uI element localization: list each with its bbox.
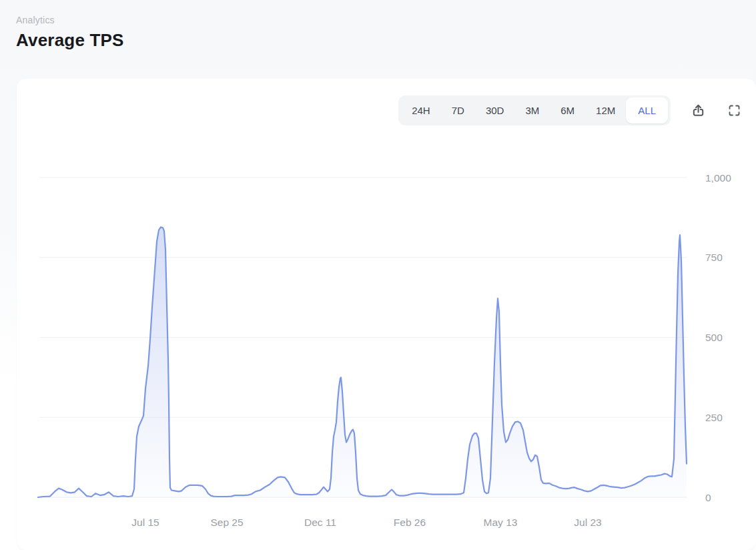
breadcrumb: Analytics [16, 15, 124, 25]
page-header: Analytics Average TPS [16, 15, 124, 51]
y-tick-label: 250 [705, 412, 723, 423]
fullscreen-icon [727, 103, 741, 117]
range-button-3m[interactable]: 3M [514, 97, 550, 123]
tps-area-chart: 02505007501,000Jul 15Sep 25Dec 11Feb 26M… [17, 79, 756, 550]
fullscreen-button[interactable] [725, 101, 743, 119]
chart-toolbar: 24H7D30D3M6M12MALL [398, 95, 743, 125]
range-button-24h[interactable]: 24H [401, 97, 441, 123]
range-button-30d[interactable]: 30D [475, 97, 515, 123]
range-button-12m[interactable]: 12M [585, 97, 626, 123]
x-tick-label: May 13 [484, 517, 518, 528]
x-axis-labels: Jul 15Sep 25Dec 11Feb 26May 13Jul 23 [131, 517, 601, 528]
range-button-6m[interactable]: 6M [550, 97, 585, 123]
y-axis-labels: 02505007501,000 [705, 172, 731, 503]
time-range-group: 24H7D30D3M6M12MALL [398, 95, 671, 125]
page-title: Average TPS [16, 30, 124, 51]
x-tick-label: Sep 25 [210, 517, 243, 528]
series-line [38, 227, 687, 497]
y-tick-label: 0 [705, 492, 711, 503]
y-tick-label: 750 [705, 252, 723, 263]
chart-card: 02505007501,000Jul 15Sep 25Dec 11Feb 26M… [17, 79, 756, 550]
x-tick-label: Jul 23 [574, 517, 601, 528]
x-tick-label: Dec 11 [304, 517, 336, 528]
upload-icon [691, 103, 706, 118]
x-tick-label: Jul 15 [131, 517, 159, 528]
range-button-all[interactable]: ALL [626, 97, 668, 123]
y-tick-label: 500 [705, 332, 723, 343]
x-tick-label: Feb 26 [394, 517, 426, 528]
y-tick-label: 1,000 [705, 172, 731, 184]
range-button-7d[interactable]: 7D [441, 97, 475, 123]
export-button[interactable] [689, 101, 707, 119]
